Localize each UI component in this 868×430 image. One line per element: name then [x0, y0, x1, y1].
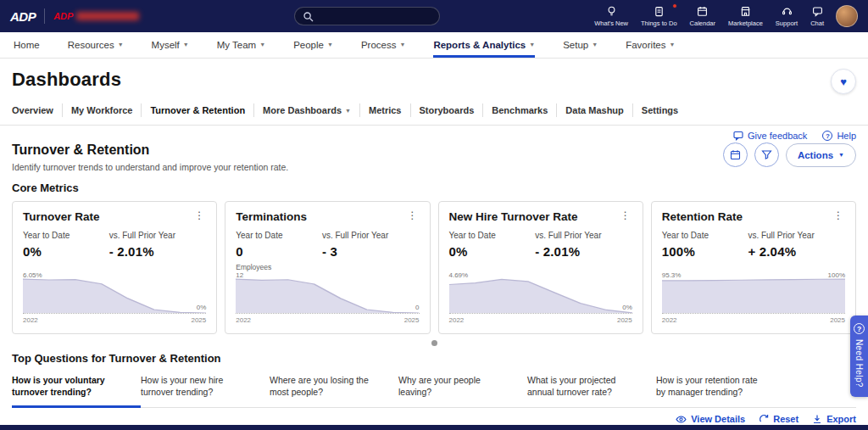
tab-overview[interactable]: Overview: [12, 103, 62, 117]
tab-label: More Dashboards: [263, 105, 342, 115]
section-divider: [0, 125, 868, 126]
carousel-dot[interactable]: [431, 340, 437, 346]
search-bar[interactable]: [294, 7, 440, 25]
main-nav: Home Resources▼ Myself▼ My Team▼ People▼…: [0, 32, 868, 59]
marketplace-button[interactable]: Marketplace: [728, 5, 763, 27]
actions-button[interactable]: Actions ▼: [786, 143, 856, 167]
question-tab-people-leaving[interactable]: Why are your people leaving?: [398, 371, 527, 408]
chat-label: Chat: [810, 20, 824, 27]
tab-more-dashboards[interactable]: More Dashboards▼: [253, 103, 359, 117]
whats-new-label: What's New: [594, 20, 628, 27]
nav-item-reports-analytics[interactable]: Reports & Analytics▼: [433, 32, 535, 58]
section-subtitle: Identify turnover trends to understand a…: [12, 162, 288, 172]
refresh-icon: [759, 414, 769, 424]
nav-item-setup[interactable]: Setup▼: [563, 32, 598, 58]
tab-metrics[interactable]: Metrics: [359, 103, 410, 117]
adp-logo: ADP: [10, 9, 36, 24]
reset-link[interactable]: Reset: [759, 414, 798, 424]
tab-settings[interactable]: Settings: [632, 103, 687, 117]
chat-bubble-icon: [811, 5, 824, 18]
bottom-bar: [0, 425, 868, 430]
value-label: Year to Date: [236, 231, 322, 240]
question-tab-new-hire-turnover[interactable]: How is your new hire turnover trending?: [141, 371, 270, 408]
chart-start-label: 4.69%: [449, 271, 469, 279]
x-end-label: 2025: [404, 316, 420, 324]
nav-label: My Team: [217, 40, 256, 50]
chart-end-label: 0%: [197, 304, 207, 311]
section-controls: Actions ▼: [723, 142, 856, 167]
value-col: vs. Full Prior Year - 3: [322, 231, 409, 259]
need-help-tab[interactable]: ? Need Help?: [850, 316, 868, 397]
question-tab-voluntary-turnover[interactable]: How is your voluntary turnover trending?: [12, 371, 141, 408]
export-link[interactable]: Export: [812, 414, 856, 424]
reset-label: Reset: [773, 414, 798, 424]
things-to-do-label: Things to Do: [641, 20, 677, 27]
nav-item-myself[interactable]: Myself▼: [152, 32, 189, 58]
dashboard-tabs: Overview My Workforce Turnover & Retenti…: [12, 103, 856, 117]
chevron-down-icon: ▼: [259, 42, 265, 47]
metric-cards-row: Turnover Rate ⋮ Year to Date 0% vs. Full…: [12, 201, 856, 334]
tab-benchmarks[interactable]: Benchmarks: [482, 103, 556, 117]
value-label: Year to Date: [449, 231, 536, 240]
support-button[interactable]: Support: [776, 5, 798, 27]
nav-item-home[interactable]: Home: [14, 32, 40, 58]
calendar-button[interactable]: Calendar: [690, 5, 715, 27]
search-input[interactable]: [319, 11, 439, 21]
chevron-down-icon: ▼: [838, 152, 844, 158]
company-logo-abbr: ADP: [53, 11, 73, 21]
whats-new-button[interactable]: What's New: [594, 5, 628, 27]
value-number: 100%: [662, 244, 748, 259]
tab-label: My Workforce: [71, 105, 133, 115]
nav-item-my-team[interactable]: My Team▼: [217, 32, 265, 58]
user-avatar[interactable]: [836, 5, 858, 27]
kebab-menu-icon[interactable]: ⋮: [619, 210, 632, 221]
page-title: Dashboards: [12, 69, 121, 91]
give-feedback-link[interactable]: Give feedback: [733, 131, 807, 141]
view-details-link[interactable]: View Details: [676, 414, 745, 424]
card-title: New Hire Turnover Rate: [449, 210, 578, 223]
top-icon-group: What's New Things to Do Calendar Marketp…: [594, 5, 824, 27]
chart-x-axis: 2022 2025: [662, 316, 845, 324]
question-tab-losing-most-people[interactable]: Where are you losing the most people?: [270, 371, 398, 408]
question-tab-retention-by-manager[interactable]: How is your retention rate by manager tr…: [656, 371, 785, 408]
kebab-menu-icon[interactable]: ⋮: [832, 210, 845, 221]
section-header: Turnover & Retention Identify turnover t…: [12, 142, 856, 172]
footer-links: View Details Reset Export: [676, 414, 856, 424]
nav-item-people[interactable]: People▼: [293, 32, 333, 58]
nav-item-favorites[interactable]: Favorites▼: [626, 32, 675, 58]
tab-turnover-retention[interactable]: Turnover & Retention: [141, 103, 253, 117]
core-metrics-heading: Core Metrics: [12, 181, 856, 194]
tab-storyboards[interactable]: Storyboards: [410, 103, 483, 117]
nav-label: Reports & Analytics: [433, 40, 526, 50]
value-number: 0: [236, 244, 322, 259]
tab-data-mashup[interactable]: Data Mashup: [556, 103, 632, 117]
search-icon: [303, 11, 314, 22]
chat-button[interactable]: Chat: [810, 5, 824, 27]
nav-label: Setup: [563, 40, 588, 50]
support-label: Support: [776, 20, 798, 27]
help-icon: ?: [822, 131, 832, 141]
nav-label: Favorites: [626, 40, 665, 50]
value-label: Year to Date: [23, 231, 109, 240]
question-tabs: How is your voluntary turnover trending?…: [12, 371, 856, 408]
section-title: Turnover & Retention: [12, 142, 288, 158]
headset-icon: [781, 5, 793, 18]
tab-my-workforce[interactable]: My Workforce: [62, 103, 142, 117]
favorite-button[interactable]: ♥: [831, 69, 856, 94]
kebab-menu-icon[interactable]: ⋮: [406, 210, 420, 221]
tab-label: Metrics: [369, 105, 402, 115]
actions-label: Actions: [798, 150, 833, 160]
date-range-button[interactable]: [723, 142, 748, 167]
nav-item-resources[interactable]: Resources▼: [68, 32, 124, 58]
area-chart: [449, 273, 632, 313]
filter-button[interactable]: [754, 142, 779, 167]
things-to-do-button[interactable]: Things to Do: [641, 5, 677, 27]
feedback-bubble-icon: [733, 131, 743, 141]
question-tab-projected-annual[interactable]: What is your projected annual turnover r…: [527, 371, 656, 408]
kebab-menu-icon[interactable]: ⋮: [192, 210, 206, 221]
nav-item-process[interactable]: Process▼: [361, 32, 405, 58]
card-retention-rate: Retention Rate ⋮ Year to Date 100% vs. F…: [651, 201, 856, 334]
help-link[interactable]: ? Help: [822, 131, 856, 141]
card-header: New Hire Turnover Rate ⋮: [449, 210, 632, 223]
card-values: Year to Date 0% vs. Full Prior Year - 2.…: [23, 231, 206, 259]
